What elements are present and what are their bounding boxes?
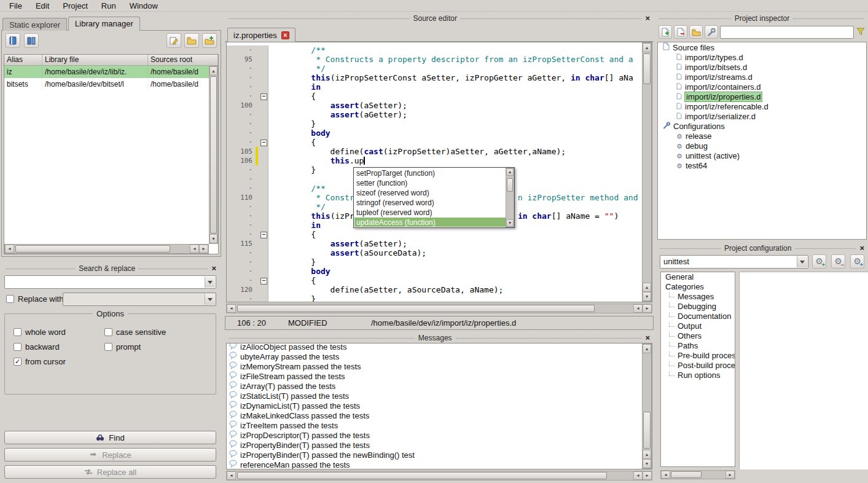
configuration-combobox[interactable]: unittest	[660, 255, 808, 269]
close-search-panel-icon[interactable]: ×	[211, 265, 216, 272]
category-others[interactable]: Others	[661, 331, 735, 341]
library-table-vscrollbar[interactable]: ▴ ▾	[209, 66, 218, 244]
scroll-left-icon[interactable]: ◂	[633, 471, 643, 480]
tab-static-explorer[interactable]: Static explorer	[2, 18, 67, 31]
category-messages[interactable]: Messages	[661, 292, 735, 302]
message-item[interactable]: izMemoryStream passed the tests	[227, 361, 642, 371]
message-item[interactable]: izTreeItem passed the tests	[227, 420, 642, 430]
tree-item-unittest-active[interactable]: ⚙unittest (active)	[658, 151, 866, 160]
message-item[interactable]: ubyteArray passed the tests	[227, 351, 642, 361]
scroll-up-icon[interactable]: ▴	[506, 168, 514, 176]
scrollbar-thumb[interactable]	[210, 76, 217, 234]
tree-item-release[interactable]: ⚙release	[658, 131, 866, 141]
library-row[interactable]: bitsets/home/basile/dev/bitset/l/home/ba…	[4, 78, 218, 90]
column-header-sources-root[interactable]: Sources root	[148, 55, 218, 65]
menu-run[interactable]: Run	[95, 1, 123, 11]
replace-button[interactable]: Replace	[4, 448, 216, 461]
scrollbar-thumb[interactable]	[643, 412, 651, 449]
editor-vscrollbar[interactable]: ▴ ▴ ▾	[642, 42, 652, 302]
message-item[interactable]: izMakeLinkedClass passed the tests	[227, 410, 642, 420]
message-item[interactable]: referenceMan passed the tests	[227, 460, 642, 469]
scroll-left-icon[interactable]: ◂	[227, 304, 236, 313]
replace-all-button[interactable]: Replace all	[4, 465, 216, 479]
scrollbar-thumb[interactable]	[643, 53, 651, 84]
close-tab-icon[interactable]: ×	[281, 31, 289, 39]
menu-window[interactable]: Window	[123, 1, 165, 11]
fold-marker-icon[interactable]	[259, 92, 268, 101]
library-table-hscrollbar[interactable]: ◂ ◂ ▸	[4, 244, 209, 254]
find-button[interactable]: Find	[4, 431, 216, 444]
message-item[interactable]: izStaticList(T) passed the tests	[227, 391, 642, 401]
scroll-up-icon[interactable]: ▴	[643, 43, 651, 52]
completion-item[interactable]: sizeof (reserved word)	[354, 188, 506, 198]
close-config-panel-icon[interactable]: ×	[859, 245, 864, 251]
messages-vscrollbar[interactable]: ▴ ▴ ▾	[642, 344, 652, 469]
remove-library-button[interactable]	[24, 33, 39, 48]
scroll-up-icon[interactable]: ▴	[643, 283, 651, 292]
category-debugging[interactable]: Debugging	[661, 302, 735, 312]
tree-item-debug[interactable]: ⚙debug	[658, 141, 866, 151]
tree-item-import-iz-types-d[interactable]: import/iz/types.d	[658, 52, 866, 62]
scroll-left-icon[interactable]: ◂	[633, 304, 643, 313]
add-folder-button[interactable]	[689, 25, 703, 39]
category-pre-build-proces[interactable]: Pre-build proces	[661, 351, 735, 361]
completion-item[interactable]: setPropTarget (function)	[354, 168, 506, 178]
scroll-left-icon[interactable]: ◂	[661, 471, 670, 479]
category-paths[interactable]: Paths	[661, 341, 735, 351]
filter-funnel-icon[interactable]	[856, 27, 866, 37]
edit-alias-button[interactable]	[166, 33, 181, 48]
column-header-library-file[interactable]: Library file	[42, 55, 148, 65]
completion-scrollbar[interactable]: ▴ ▾	[506, 168, 514, 227]
editor-hscrollbar[interactable]: ◂ ◂ ▸	[226, 304, 652, 313]
menu-edit[interactable]: Edit	[29, 1, 56, 11]
tree-item-import-iz-containers-d[interactable]: import/iz/containers.d	[658, 82, 866, 92]
replace-term-combobox[interactable]	[63, 293, 216, 306]
scroll-down-icon[interactable]: ▾	[643, 292, 651, 301]
message-item[interactable]: izAllocObject passed the tests	[227, 343, 642, 351]
tree-item-import-iz-streams-d[interactable]: import/iz/streams.d	[658, 72, 866, 82]
category-output[interactable]: Output	[661, 321, 735, 331]
replace-with-checkbox[interactable]: Replace with	[6, 294, 63, 304]
tree-item-configurations[interactable]: Configurations	[658, 121, 866, 131]
add-sources-folder-button[interactable]	[202, 33, 217, 48]
menu-file[interactable]: File	[2, 1, 29, 11]
checkbox-whole-word[interactable]: whole word	[14, 328, 104, 337]
scroll-left-icon[interactable]: ◂	[227, 471, 236, 480]
checkbox-prompt[interactable]: prompt	[104, 342, 211, 351]
scrollbar-thumb[interactable]	[507, 178, 513, 192]
search-term-combobox[interactable]	[4, 275, 216, 289]
open-library-button[interactable]	[184, 33, 199, 48]
message-item[interactable]: izDynamicList(T) passed the tests	[227, 401, 642, 410]
add-source-button[interactable]	[659, 25, 672, 39]
tree-item-import-iz-serializer-d[interactable]: import/iz/serializer.d	[658, 111, 866, 121]
scroll-right-icon[interactable]: ▸	[725, 471, 735, 479]
add-configuration-button[interactable]: ⚙+	[812, 254, 826, 269]
tree-item-source-files[interactable]: Source files	[658, 42, 866, 52]
tab-library-manager[interactable]: Library manager	[68, 17, 140, 31]
category-post-build-proce[interactable]: Post-build proce	[661, 361, 735, 371]
scroll-right-icon[interactable]: ▸	[199, 245, 208, 253]
category-categories[interactable]: Categories	[661, 282, 735, 292]
scroll-right-icon[interactable]: ▸	[643, 471, 652, 480]
checkbox-case-sensitive[interactable]: case sensitive	[104, 328, 211, 337]
tree-item-import-iz-properties-d[interactable]: import/iz/properties.d	[658, 92, 866, 101]
scrollbar-thumb[interactable]	[237, 305, 595, 312]
scroll-left-icon[interactable]: ◂	[190, 245, 199, 253]
scroll-down-icon[interactable]: ▾	[643, 459, 651, 468]
category-documentation[interactable]: Documentation	[661, 312, 735, 321]
editor-tab-iz-properties[interactable]: iz.properties ×	[227, 28, 295, 42]
completion-item[interactable]: updateAccess (function)	[354, 218, 506, 227]
column-header-alias[interactable]: Alias	[4, 55, 42, 65]
scrollbar-thumb[interactable]	[15, 245, 170, 253]
message-item[interactable]: izPropDescriptor(T) passed the tests	[227, 430, 642, 440]
clone-configuration-button[interactable]: ⚙+	[850, 254, 864, 269]
tree-item-import-iz-referencable-d[interactable]: import/iz/referencable.d	[658, 101, 866, 111]
category-general[interactable]: General	[661, 272, 735, 282]
fold-marker-icon[interactable]	[259, 230, 268, 239]
chevron-down-icon[interactable]	[797, 256, 807, 267]
fold-marker-icon[interactable]	[259, 138, 268, 147]
scroll-up-icon[interactable]: ▴	[643, 450, 651, 459]
remove-configuration-button[interactable]: ⚙−	[831, 254, 845, 269]
scrollbar-thumb[interactable]	[671, 471, 702, 478]
project-options-button[interactable]	[705, 25, 718, 39]
